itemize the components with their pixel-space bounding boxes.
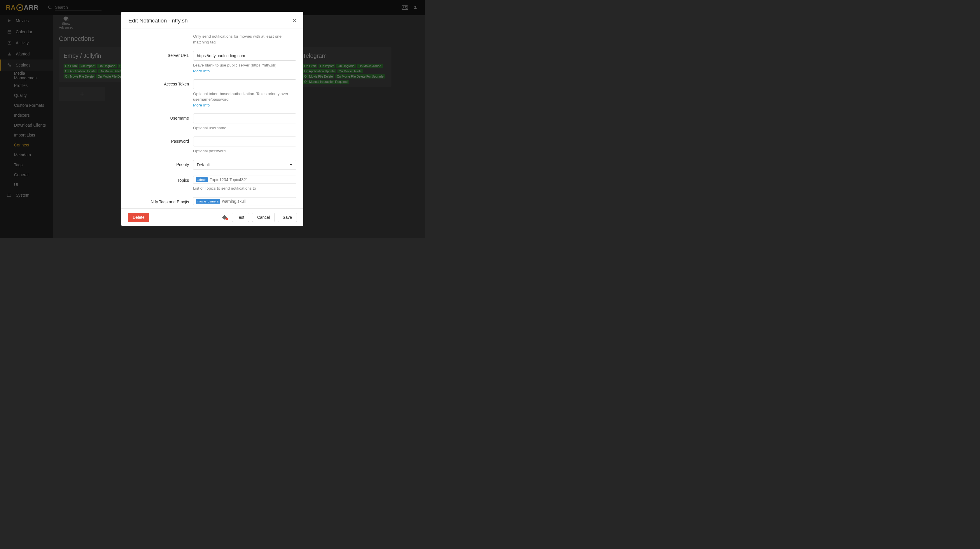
label-password: Password <box>128 137 193 154</box>
username-help: Optional username <box>193 125 296 131</box>
ntfy-tags-text-input[interactable] <box>222 199 294 204</box>
access-token-input[interactable] <box>193 80 296 89</box>
password-help: Optional password <box>193 148 296 154</box>
save-button[interactable]: Save <box>278 213 297 222</box>
label-priority: Priority <box>128 160 193 170</box>
caret-down-icon <box>290 164 293 166</box>
label-server-url: Server URL <box>128 51 193 73</box>
ntfy-tag[interactable]: movie_camera <box>196 199 220 204</box>
server-url-input[interactable] <box>193 51 296 60</box>
label-access-token: Access Token <box>128 80 193 108</box>
password-input[interactable] <box>193 137 296 146</box>
more-info-link[interactable]: More Info <box>193 69 210 73</box>
server-url-help: Leave blank to use public server (https:… <box>193 62 296 68</box>
more-info-link[interactable]: More Info <box>193 103 210 107</box>
topics-text-input[interactable] <box>210 177 294 182</box>
topics-help: List of Topics to send notifications to <box>193 186 296 191</box>
tags-help: Only send notifications for movies with … <box>193 33 296 45</box>
topics-input[interactable]: admin <box>193 176 296 184</box>
modal-title: Edit Notification - ntfy.sh <box>128 18 188 24</box>
topic-tag[interactable]: admin <box>196 177 208 182</box>
priority-select[interactable]: Default <box>193 160 296 170</box>
close-icon[interactable]: × <box>293 17 296 24</box>
edit-notification-modal: Edit Notification - ntfy.sh × Only send … <box>121 12 303 226</box>
test-button[interactable]: Test <box>232 213 250 222</box>
cancel-button[interactable]: Cancel <box>252 213 275 222</box>
label-ntfy-tags: Ntfy Tags and Emojis <box>128 197 193 208</box>
priority-value: Default <box>197 162 210 167</box>
label-username: Username <box>128 113 193 131</box>
access-token-help: Optional token-based authorization. Take… <box>193 91 296 102</box>
username-input[interactable] <box>193 113 296 123</box>
advanced-settings-icon[interactable] <box>222 215 227 220</box>
delete-button[interactable]: Delete <box>128 213 150 222</box>
label-topics: Topics <box>128 176 193 191</box>
ntfy-tags-input[interactable]: movie_camera <box>193 197 296 205</box>
